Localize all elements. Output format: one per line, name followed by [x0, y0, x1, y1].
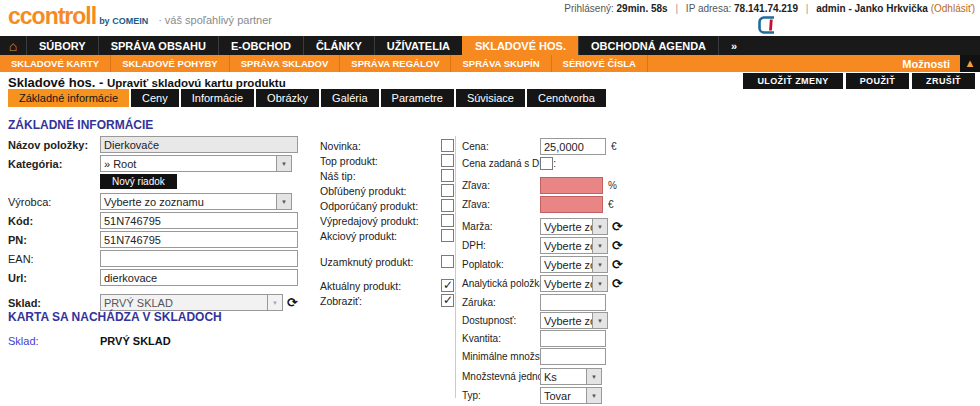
nav-item-sprava-obsahu[interactable]: SPRÁVA OBSAHU [98, 36, 218, 55]
discount-pct-input[interactable] [540, 177, 603, 194]
tab-galeria[interactable]: Galéria [321, 89, 378, 107]
code-row: Kód: [8, 212, 298, 229]
chevron-down-icon: ▼ [592, 257, 607, 272]
min-qty-input[interactable] [540, 348, 606, 365]
reload-icon[interactable]: ⟳ [612, 220, 623, 233]
nav-home-button[interactable]: ⌂ [0, 36, 26, 55]
nav-item-obchodna-agenda[interactable]: OBCHODNÁ AGENDA [578, 36, 718, 55]
flag-odporucany-label: Odporúčaný produkt: [320, 200, 441, 212]
options-label[interactable]: Možnosti [902, 55, 950, 72]
ean-input[interactable] [100, 250, 298, 267]
new-row-row: Nový riadok [8, 174, 298, 189]
tab-suvisiace[interactable]: Súvisiace [456, 89, 525, 107]
url-input[interactable] [100, 269, 298, 286]
checkbox-top-produkt[interactable] [441, 154, 454, 167]
checkbox-uzamknuty[interactable] [441, 255, 454, 268]
min-qty-row: Minimálne množstvo: [462, 348, 637, 365]
warehouse-select[interactable]: PRVÝ SKLAD ▼ [100, 294, 283, 311]
nav-item-e-obchod[interactable]: E-OBCHOD [218, 36, 303, 55]
new-row-button[interactable]: Nový riadok [100, 174, 177, 189]
warehouse-row: Sklad: PRVÝ SKLAD ▼ ⟳ [8, 294, 298, 311]
session-label: Prihlásený: [564, 3, 613, 14]
subnav-item-sprava-skupin[interactable]: SPRÁVA SKUPÍN [451, 55, 551, 72]
tab-parametre[interactable]: Parametre [381, 89, 454, 107]
discount-abs-input[interactable] [540, 196, 603, 213]
chevron-down-icon: ▼ [592, 276, 607, 291]
nav-item-uzivatelia[interactable]: UŽÍVATELIA [374, 36, 462, 55]
unit-select[interactable]: Ks▼ [540, 368, 602, 385]
pricing-column: Cena: € Cena zadaná s DPH: Zľava: % Zľav… [462, 138, 637, 406]
type-select[interactable]: Tovar▼ [540, 387, 602, 404]
apply-button[interactable]: POUŽIŤ [846, 73, 909, 89]
discount-abs-unit: € [608, 199, 614, 210]
warranty-input[interactable] [540, 294, 606, 311]
margin-select[interactable]: Vyberte zo zoz▼ [540, 218, 608, 235]
checkbox-akciovy[interactable] [441, 229, 454, 242]
nav-item-skladove-hos[interactable]: SKLADOVÉ HOS. [462, 36, 578, 55]
vat-included-label: Cena zadaná s DPH: [462, 158, 540, 169]
logo-by-comein: by COMEIN [99, 16, 148, 26]
tab-cenotvorba[interactable]: Cenotvorba [527, 89, 606, 107]
nav-item-clanky[interactable]: ČLÁNKY [303, 36, 374, 55]
quantity-input[interactable] [540, 330, 606, 347]
tab-obrazky[interactable]: Obrázky [256, 89, 319, 107]
session-value: 29min. 58s [617, 3, 668, 14]
logout-link[interactable]: (Odhlásiť) [931, 3, 975, 14]
reload-icon[interactable]: ⟳ [612, 239, 623, 252]
flag-row: Akciový produkt: [320, 229, 454, 242]
checkbox-vat-included[interactable] [540, 157, 553, 170]
session-info: Prihlásený: 29min. 58s | IP adresa: 78.1… [564, 3, 975, 14]
tab-ceny[interactable]: Ceny [131, 89, 179, 107]
checkbox-vypredajovy[interactable] [441, 214, 454, 227]
code-label: Kód: [8, 215, 100, 227]
checkbox-oblubeny[interactable] [441, 184, 454, 197]
availability-select[interactable]: Vyberte zo zoz▼ [540, 312, 608, 329]
flag-uzamknuty-label: Uzamknutý produkt: [320, 256, 441, 268]
subnav-item-sprava-skladov[interactable]: SPRÁVA SKLADOV [230, 55, 341, 72]
flag-row: Novinka: [320, 139, 454, 152]
flag-nas-tip-label: Náš tip: [320, 170, 441, 182]
vat-select[interactable]: Vyberte zo zoz▼ [540, 237, 608, 254]
nav-item-subory[interactable]: SÚBORY [26, 36, 98, 55]
checkbox-novinka[interactable] [441, 139, 454, 152]
reload-icon[interactable]: ⟳ [612, 258, 623, 271]
warehouse-label: Sklad: [8, 297, 100, 309]
checkbox-nas-tip[interactable] [441, 169, 454, 182]
flag-row: Zobraziť: [320, 294, 454, 307]
checkbox-aktualny[interactable] [441, 279, 454, 292]
reload-icon[interactable]: ⟳ [612, 277, 623, 290]
save-changes-button[interactable]: ULOŽIŤ ZMENY [743, 73, 842, 89]
tab-zakladne-informacie[interactable]: Základné informácie [8, 89, 129, 107]
nav-item-more[interactable]: » [718, 36, 749, 55]
flag-row: Výpredajový produkt: [320, 214, 454, 227]
warranty-label: Záruka: [462, 297, 540, 308]
manufacturer-select[interactable]: Vyberte zo zoznamu ▼ [100, 193, 292, 210]
checkbox-odporucany[interactable] [441, 199, 454, 212]
name-input[interactable] [100, 136, 298, 153]
category-label: Kategória: [8, 158, 100, 170]
price-input[interactable] [540, 138, 606, 155]
reload-icon[interactable]: ⟳ [287, 296, 298, 309]
manufacturer-row: Výrobca: Vyberte zo zoznamu ▼ [8, 193, 298, 210]
checkbox-zobrazit[interactable] [441, 294, 454, 307]
flag-zobrazit-label: Zobraziť: [320, 295, 441, 307]
user-name: admin - Janko Hrkvička [816, 3, 928, 14]
code-input[interactable] [100, 212, 298, 229]
url-label: Url: [8, 272, 100, 284]
ip-value: 78.141.74.219 [734, 3, 798, 14]
subnav-item-skladove-karty[interactable]: SKLADOVÉ KARTY [0, 55, 111, 72]
subnav-item-seriove-cisla[interactable]: SÉRIOVÉ ČÍSLA [552, 55, 648, 72]
vat-included-row: Cena zadaná s DPH: [462, 157, 637, 170]
pn-input[interactable] [100, 231, 298, 248]
cancel-button[interactable]: ZRUŠIŤ [912, 73, 975, 89]
app-logo: ccontroll by COMEIN · váš spoľahlivý par… [8, 3, 272, 30]
tab-informacie[interactable]: Informácie [181, 89, 254, 107]
fee-select[interactable]: Vyberte zo zoz▼ [540, 256, 608, 273]
ccontroll-logo: ccontroll [8, 3, 96, 30]
flag-oblubeny-label: Obľúbený produkt: [320, 185, 441, 197]
analytic-select[interactable]: Vyberte zo zoz▼ [540, 275, 608, 292]
category-select[interactable]: » Root ▼ [100, 155, 292, 172]
scroll-top-button[interactable]: ▲ [960, 55, 980, 72]
subnav-item-skladove-pohyby[interactable]: SKLADOVÉ POHYBY [111, 55, 230, 72]
subnav-item-sprava-regalov[interactable]: SPRÁVA REGÁLOV [340, 55, 451, 72]
